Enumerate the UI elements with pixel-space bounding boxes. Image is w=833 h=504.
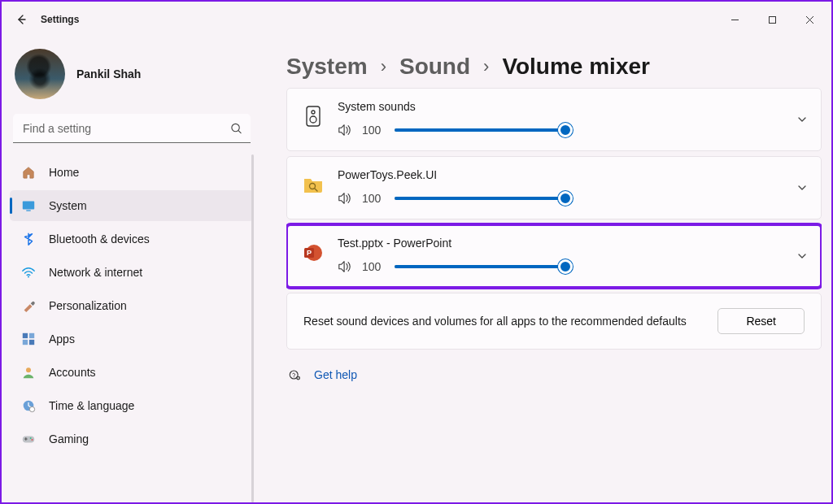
sidebar-item-label: Apps — [49, 332, 75, 345]
sidebar-item-bluetooth-devices[interactable]: Bluetooth & devices — [10, 224, 254, 254]
settings-window: Settings Pankil Shah — [0, 0, 833, 504]
svg-rect-8 — [29, 340, 34, 345]
svg-point-1 — [232, 124, 239, 131]
volume-value: 100 — [362, 192, 385, 205]
chevron-right-icon: › — [381, 56, 386, 77]
app-label: Test.pptx - PowerPoint — [338, 237, 780, 250]
speaker-icon[interactable] — [338, 260, 352, 273]
volume-value: 100 — [362, 260, 385, 273]
svg-rect-2 — [23, 202, 34, 210]
reset-card: Reset sound devices and volumes for all … — [286, 293, 822, 350]
maximize-button[interactable] — [753, 7, 791, 33]
window-controls — [716, 7, 828, 33]
svg-rect-3 — [26, 210, 30, 211]
sidebar-item-label: Gaming — [49, 432, 89, 445]
svg-point-14 — [32, 439, 33, 441]
close-icon — [805, 15, 814, 24]
app-volume-card-system-sounds: System sounds100 — [286, 88, 822, 151]
sidebar-item-label: Personalization — [49, 299, 127, 312]
help-link[interactable]: Get help — [314, 368, 357, 381]
nav[interactable]: HomeSystemBluetooth & devicesNetwork & i… — [10, 154, 254, 502]
chevron-right-icon: › — [483, 56, 489, 77]
time-icon — [21, 398, 36, 413]
sidebar-item-personalization[interactable]: Personalization — [10, 290, 254, 321]
expand-button[interactable] — [796, 114, 808, 125]
close-button[interactable] — [791, 7, 828, 33]
breadcrumb-sound[interactable]: Sound — [399, 54, 470, 80]
volume-slider[interactable] — [395, 123, 565, 137]
svg-point-17 — [310, 116, 316, 123]
personalization-icon — [21, 298, 36, 313]
content: System sounds100PowerToys.Peek.UI100PTes… — [286, 88, 822, 502]
home-icon — [21, 165, 36, 180]
speaker-device-icon — [302, 105, 325, 128]
expand-button[interactable] — [796, 250, 808, 262]
sidebar-item-label: Bluetooth & devices — [49, 232, 150, 245]
body: Pankil Shah HomeSystemBluetooth & device… — [2, 37, 831, 502]
svg-point-16 — [312, 111, 315, 114]
speaker-icon[interactable] — [338, 192, 352, 205]
volume-row: 100 — [338, 191, 780, 206]
network-icon — [21, 265, 36, 280]
system-icon — [21, 198, 36, 213]
chevron-down-icon — [796, 114, 808, 125]
main: System › Sound › Volume mixer System sou… — [262, 37, 831, 502]
breadcrumb-system[interactable]: System — [286, 54, 368, 80]
arrow-left-icon — [15, 13, 28, 26]
search-wrap — [13, 114, 251, 143]
svg-rect-5 — [23, 333, 28, 338]
volume-row: 100 — [338, 259, 780, 274]
help-icon — [288, 367, 303, 382]
chevron-down-icon — [796, 250, 808, 262]
profile-name: Pankil Shah — [76, 67, 141, 80]
sidebar-item-gaming[interactable]: Gaming — [10, 424, 254, 454]
sidebar-item-network-internet[interactable]: Network & internet — [10, 257, 254, 288]
app-volume-card-powertoys-peek: PowerToys.Peek.UI100 — [286, 156, 822, 219]
profile[interactable]: Pankil Shah — [10, 44, 254, 114]
avatar — [15, 49, 65, 99]
svg-point-13 — [30, 437, 32, 439]
volume-row: 100 — [338, 123, 780, 137]
search-input[interactable] — [13, 114, 251, 143]
app-label: PowerToys.Peek.UI — [338, 168, 780, 181]
breadcrumb: System › Sound › Volume mixer — [286, 54, 822, 80]
sidebar-item-system[interactable]: System — [10, 190, 254, 221]
sidebar-item-label: Network & internet — [49, 266, 142, 279]
apps-icon — [21, 332, 36, 346]
sidebar-item-label: Time & language — [49, 399, 134, 412]
titlebar: Settings — [2, 2, 831, 37]
svg-rect-7 — [23, 340, 28, 345]
app-volume-card-powerpoint: PTest.pptx - PowerPoint100 — [286, 224, 822, 288]
gaming-icon — [21, 432, 36, 446]
svg-rect-6 — [29, 333, 34, 338]
sidebar-item-label: System — [49, 199, 87, 212]
svg-point-9 — [26, 367, 31, 372]
accounts-icon — [21, 365, 36, 380]
expand-button[interactable] — [796, 182, 808, 193]
sidebar-item-label: Home — [49, 166, 79, 179]
minimize-icon — [731, 15, 739, 24]
svg-rect-0 — [769, 16, 775, 23]
powerpoint-icon: P — [302, 241, 325, 264]
search-icon — [230, 123, 242, 135]
volume-slider[interactable] — [395, 191, 565, 206]
speaker-icon[interactable] — [338, 124, 352, 137]
svg-point-4 — [28, 276, 29, 277]
svg-text:P: P — [307, 249, 312, 257]
sidebar-item-time-language[interactable]: Time & language — [10, 390, 254, 421]
sidebar-item-accounts[interactable]: Accounts — [10, 357, 254, 388]
page-title: Volume mixer — [502, 54, 650, 80]
reset-description: Reset sound devices and volumes for all … — [303, 313, 701, 330]
back-button[interactable] — [5, 3, 37, 36]
sidebar-item-apps[interactable]: Apps — [10, 324, 254, 354]
volume-slider[interactable] — [395, 259, 565, 274]
bluetooth-icon — [21, 232, 36, 246]
reset-button[interactable]: Reset — [717, 308, 805, 334]
help-row: Get help — [286, 364, 822, 382]
sidebar-item-label: Accounts — [49, 366, 96, 379]
sidebar-item-home[interactable]: Home — [10, 157, 254, 188]
sidebar: Pankil Shah HomeSystemBluetooth & device… — [2, 37, 262, 502]
app-label: System sounds — [338, 100, 780, 113]
minimize-button[interactable] — [716, 7, 753, 33]
maximize-icon — [768, 15, 777, 24]
